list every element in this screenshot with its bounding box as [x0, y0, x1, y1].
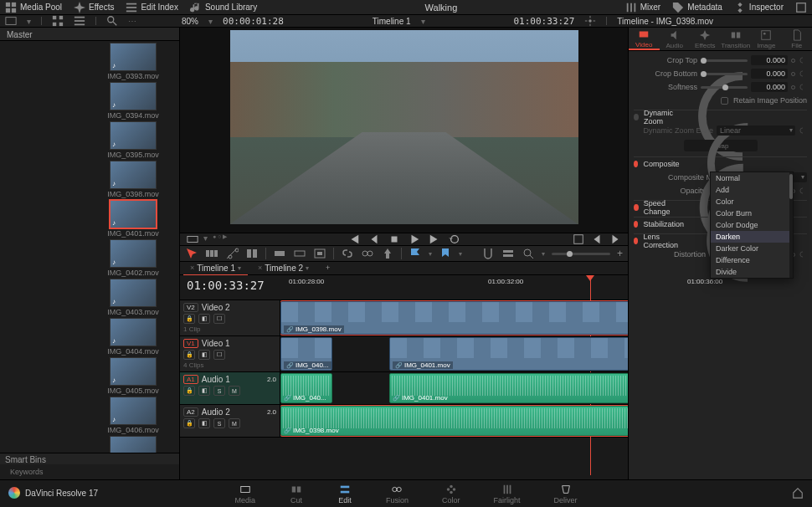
- media-clip[interactable]: IMG_0401.mov: [99, 200, 167, 238]
- auto-select-button[interactable]: ◧: [198, 386, 210, 396]
- page-tab-fairlight[interactable]: Fairlight: [494, 484, 521, 504]
- composite-mode-option[interactable]: Difference: [711, 254, 793, 266]
- snap-icon[interactable]: [481, 247, 495, 260]
- page-tab-deliver[interactable]: Deliver: [554, 484, 578, 504]
- page-tab-media[interactable]: Media: [234, 484, 255, 504]
- zoom-icon[interactable]: [522, 247, 535, 260]
- reset-icon[interactable]: [799, 250, 807, 259]
- inspector-tab-image[interactable]: Image: [751, 28, 782, 50]
- jump-end-icon[interactable]: [429, 233, 440, 245]
- home-icon[interactable]: [792, 487, 804, 499]
- track-head-a1[interactable]: A1Audio 12.0 🔒◧SM: [180, 372, 280, 404]
- composite-mode-option[interactable]: Darken: [711, 231, 793, 243]
- pointer-icon[interactable]: [185, 247, 198, 260]
- metadata-tab[interactable]: Metadata: [672, 2, 722, 13]
- media-clip[interactable]: IMG_0403.mov: [99, 279, 167, 316]
- composite-mode-option[interactable]: Color: [711, 196, 793, 207]
- composite-mode-option[interactable]: Color Dodge: [711, 219, 793, 231]
- trim-icon[interactable]: [205, 247, 218, 260]
- viewer[interactable]: [180, 28, 628, 233]
- composite-mode-option[interactable]: Add: [711, 184, 793, 196]
- stop-icon[interactable]: [388, 233, 400, 245]
- view-icon[interactable]: [5, 15, 17, 27]
- crop-top-slider[interactable]: [701, 59, 748, 62]
- audio-clip[interactable]: IMG_0401.mov: [389, 373, 628, 403]
- track-lane-v1[interactable]: IMG_040... IMG_0401.mov: [280, 336, 628, 371]
- loop-playback-icon[interactable]: [449, 233, 460, 245]
- timeline-view-icon[interactable]: [501, 247, 515, 260]
- timeline-name[interactable]: Timeline 1: [373, 17, 411, 26]
- softness-slider[interactable]: [701, 86, 748, 89]
- inspector-tab[interactable]: Inspector: [734, 2, 784, 13]
- inspector-tab-file[interactable]: File: [782, 28, 813, 50]
- play-icon[interactable]: [409, 233, 420, 245]
- solo-button[interactable]: S: [213, 386, 225, 396]
- video-clip[interactable]: IMG_0401.mov: [389, 337, 628, 371]
- media-clip[interactable]: IMG_0395.mov: [99, 121, 167, 159]
- composite-mode-option[interactable]: Normal: [711, 172, 793, 184]
- effects-tab[interactable]: Effects: [74, 2, 114, 13]
- add-tab-button[interactable]: +: [319, 262, 337, 274]
- disable-button[interactable]: ☐: [213, 314, 225, 324]
- blade-icon[interactable]: [225, 247, 239, 260]
- track-head-v2[interactable]: V2Video 2 🔒◧☐ 1 Clip: [180, 300, 280, 335]
- track-lane-a1[interactable]: IMG_040... IMG_0401.mov: [280, 372, 628, 404]
- master-bin[interactable]: Master: [0, 28, 179, 41]
- mark-out-icon[interactable]: [609, 233, 621, 245]
- mute-button[interactable]: M: [229, 418, 240, 428]
- expand-icon[interactable]: [795, 2, 807, 13]
- list-toggle-icon[interactable]: [74, 15, 85, 27]
- chain-icon[interactable]: [361, 247, 374, 260]
- mark-in-icon[interactable]: [591, 233, 603, 245]
- media-clip[interactable]: IMG_0406.mov: [99, 397, 167, 434]
- lock-icon[interactable]: 🔒: [183, 418, 195, 428]
- page-tab-fusion[interactable]: Fusion: [386, 484, 409, 504]
- insert-icon[interactable]: [245, 247, 259, 260]
- disable-button[interactable]: ☐: [213, 350, 225, 360]
- inspector-tab-transition[interactable]: Transition: [721, 28, 752, 50]
- inspector-tab-effects[interactable]: Effects: [690, 28, 721, 50]
- media-clip[interactable]: IMG_0398.mov: [99, 161, 167, 198]
- keywords-bin[interactable]: Keywords: [0, 464, 179, 479]
- composite-mode-option[interactable]: Divide: [711, 266, 793, 278]
- grid-toggle-icon[interactable]: [52, 15, 64, 27]
- track-head-v1[interactable]: V1Video 1 🔒◧☐ 4 Clips: [180, 336, 280, 371]
- position-lock-icon[interactable]: [381, 247, 394, 260]
- composite-mode-option[interactable]: Color Burn: [711, 207, 793, 219]
- marker-icon[interactable]: [439, 247, 452, 260]
- lock-icon[interactable]: 🔒: [183, 350, 195, 360]
- fit-to-fill-icon[interactable]: [313, 247, 326, 260]
- smart-bins-header[interactable]: Smart Bins: [0, 453, 179, 464]
- search-icon[interactable]: [106, 15, 118, 27]
- track-lane-a2[interactable]: IMG_0398.mov: [280, 405, 628, 437]
- link-icon[interactable]: [341, 247, 354, 260]
- auto-select-button[interactable]: ◧: [198, 418, 210, 428]
- video-clip[interactable]: IMG_040...: [280, 337, 332, 371]
- composite-mode-option[interactable]: Darker Color: [711, 243, 793, 254]
- replace-icon[interactable]: [293, 247, 306, 260]
- track-head-a2[interactable]: A2Audio 22.0 🔒◧SM: [180, 405, 280, 437]
- settings-icon[interactable]: [584, 15, 596, 27]
- lock-icon[interactable]: 🔒: [183, 386, 195, 396]
- dze-dropdown[interactable]: Linear: [717, 125, 795, 136]
- sound-library-tab[interactable]: Sound Library: [190, 2, 257, 13]
- zoom-level[interactable]: 80%: [182, 17, 198, 26]
- audio-clip[interactable]: IMG_0398.mov: [280, 406, 628, 436]
- audio-clip[interactable]: IMG_040...: [280, 373, 332, 403]
- timeline-position-tc[interactable]: 01:00:33:27: [180, 275, 280, 300]
- media-clip[interactable]: IMG_0404.mov: [99, 318, 167, 356]
- close-icon[interactable]: ×: [258, 264, 262, 272]
- media-clip[interactable]: IMG_0394.mov: [99, 82, 167, 120]
- jump-start-icon[interactable]: [348, 233, 360, 245]
- solo-button[interactable]: S: [213, 418, 225, 428]
- auto-select-button[interactable]: ◧: [198, 350, 210, 360]
- mute-button[interactable]: M: [229, 386, 240, 396]
- prev-frame-icon[interactable]: [368, 233, 380, 245]
- tab-timeline-1[interactable]: ×Timeline 1▾: [183, 262, 248, 275]
- media-clip[interactable]: IMG_0393.mov: [99, 43, 167, 80]
- tab-timeline-2[interactable]: ×Timeline 2▾: [251, 262, 316, 275]
- media-pool-tab[interactable]: Media Pool: [5, 2, 62, 13]
- match-frame-icon[interactable]: [573, 233, 584, 245]
- media-clip[interactable]: IMG_0405.mov: [99, 357, 167, 395]
- source-timecode[interactable]: 00:00:01:28: [223, 16, 284, 27]
